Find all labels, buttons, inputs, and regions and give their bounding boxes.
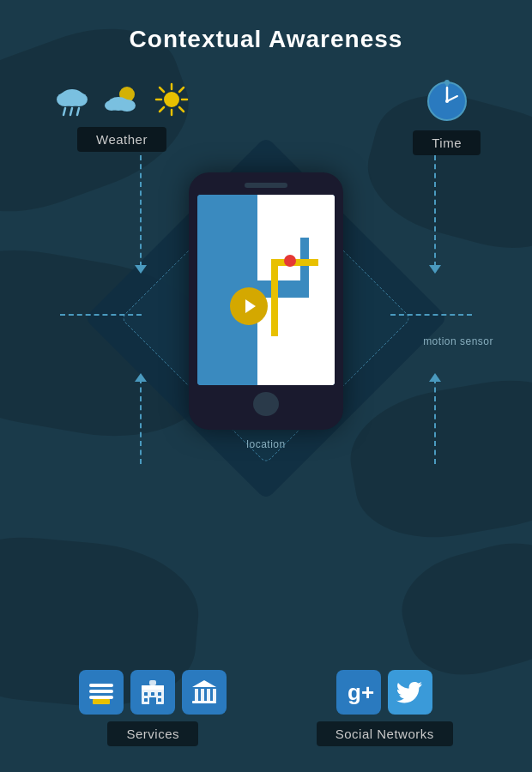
dashed-line-horizontal-right bbox=[390, 314, 472, 316]
svg-rect-41 bbox=[207, 689, 210, 701]
arrow-time-down bbox=[429, 265, 441, 274]
route-line-v bbox=[271, 259, 278, 336]
social-icons: g+ bbox=[336, 670, 432, 715]
svg-point-24 bbox=[444, 80, 450, 85]
svg-rect-28 bbox=[93, 699, 110, 704]
twitter-icon bbox=[388, 670, 432, 715]
svg-rect-35 bbox=[158, 698, 161, 702]
svg-rect-32 bbox=[151, 692, 154, 696]
svg-rect-43 bbox=[192, 701, 216, 703]
svg-rect-39 bbox=[195, 689, 198, 701]
svg-rect-34 bbox=[144, 698, 148, 702]
svg-line-18 bbox=[160, 107, 164, 112]
svg-line-3 bbox=[63, 108, 65, 115]
svg-text:g+: g+ bbox=[348, 679, 374, 705]
google-plus-icon: g+ bbox=[336, 670, 381, 715]
arrow-weather-down bbox=[135, 265, 147, 274]
phone-home-button bbox=[253, 392, 279, 416]
services-label: Services bbox=[107, 721, 198, 746]
time-label: Time bbox=[413, 130, 481, 155]
svg-rect-36 bbox=[149, 697, 156, 704]
svg-line-4 bbox=[70, 108, 72, 115]
svg-line-16 bbox=[179, 107, 184, 112]
svg-point-9 bbox=[118, 100, 136, 112]
rain-cloud-icon bbox=[51, 79, 93, 120]
page-title: Contextual Awareness bbox=[130, 26, 403, 53]
svg-line-15 bbox=[160, 87, 164, 92]
dashed-line-horizontal-left bbox=[60, 314, 142, 316]
svg-rect-25 bbox=[89, 684, 113, 687]
svg-line-5 bbox=[77, 108, 79, 115]
arrow-services-up bbox=[135, 373, 147, 382]
arrow-social-up bbox=[429, 373, 441, 382]
phone-speaker bbox=[245, 183, 287, 188]
svg-rect-37 bbox=[149, 680, 156, 685]
dashed-line-right-bottom bbox=[434, 378, 436, 464]
road-right bbox=[309, 195, 335, 386]
top-section: Weather Time bbox=[0, 79, 532, 155]
clock-icon bbox=[425, 79, 469, 124]
svg-rect-30 bbox=[142, 685, 164, 690]
bottom-section: Services g+ Social Networks bbox=[0, 670, 532, 746]
svg-line-17 bbox=[179, 87, 184, 92]
phone bbox=[189, 172, 343, 430]
middle-section: motion sensor bbox=[0, 155, 532, 661]
social-networks-group: g+ Social Networks bbox=[317, 670, 453, 746]
sun-icon bbox=[151, 79, 192, 120]
svg-rect-33 bbox=[158, 692, 161, 696]
hotel-icon bbox=[130, 670, 175, 715]
partly-cloudy-icon bbox=[101, 79, 142, 120]
svg-point-10 bbox=[164, 92, 179, 107]
nav-arrow-icon bbox=[245, 299, 256, 313]
time-group: Time bbox=[413, 79, 481, 155]
dashed-line-right-top bbox=[434, 155, 436, 267]
burger-shop-icon bbox=[79, 670, 124, 715]
weather-label: Weather bbox=[77, 127, 166, 152]
services-icons bbox=[79, 670, 227, 715]
svg-rect-40 bbox=[201, 689, 204, 701]
svg-point-8 bbox=[105, 100, 118, 111]
nav-button[interactable] bbox=[230, 287, 268, 325]
weather-group: Weather bbox=[51, 79, 192, 155]
svg-rect-27 bbox=[89, 696, 113, 699]
svg-rect-26 bbox=[89, 690, 113, 693]
services-group: Services bbox=[79, 670, 227, 746]
svg-rect-31 bbox=[144, 692, 148, 696]
bank-icon bbox=[182, 670, 227, 715]
svg-rect-42 bbox=[213, 689, 216, 701]
dashed-line-left-bottom bbox=[140, 378, 142, 464]
location-dot bbox=[284, 255, 296, 267]
social-networks-label: Social Networks bbox=[317, 721, 453, 746]
dashed-line-left-top bbox=[140, 155, 142, 267]
location-label: location bbox=[246, 438, 285, 450]
motion-sensor-label: motion sensor bbox=[423, 335, 493, 347]
svg-point-2 bbox=[70, 93, 88, 106]
weather-icons bbox=[51, 79, 192, 120]
page-container: Contextual Awareness bbox=[0, 0, 532, 772]
phone-screen bbox=[197, 195, 335, 386]
svg-marker-38 bbox=[192, 680, 216, 687]
